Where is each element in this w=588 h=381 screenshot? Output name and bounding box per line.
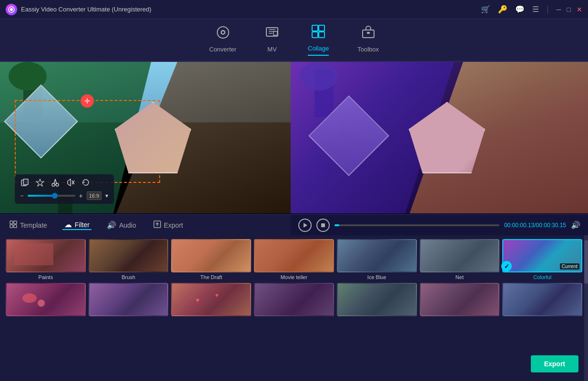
nav-mv-label: MV <box>267 46 277 53</box>
filter-thumb-colorful: Current <box>502 239 582 272</box>
svg-rect-26 <box>14 225 17 228</box>
filter-grid-row2: ♥ ♥ <box>0 280 588 322</box>
filter-paints[interactable]: Paints <box>6 239 86 280</box>
tab-audio[interactable]: 🔊 Audio <box>105 221 138 230</box>
filter-thumb-paints <box>6 239 86 272</box>
svg-rect-7 <box>312 25 318 31</box>
converter-icon <box>216 25 230 43</box>
maximize-button[interactable]: □ <box>567 6 571 13</box>
stop-button[interactable] <box>316 219 330 232</box>
filter-thumb-r2-7 <box>502 283 582 316</box>
filter-label-movieteller: Movie teller <box>281 274 307 280</box>
svg-rect-9 <box>312 32 318 38</box>
filter-brush[interactable]: Brush <box>89 239 169 280</box>
time-display: 00:00:00.13/00:00:30.15 <box>504 222 566 229</box>
filter-label-brush: Brush <box>122 274 135 280</box>
volume-slider[interactable] <box>28 195 75 197</box>
nav-toolbox[interactable]: Toolbox <box>357 25 379 55</box>
mv-icon <box>265 25 279 43</box>
toolbox-icon <box>361 25 375 43</box>
mute-icon[interactable] <box>66 178 75 189</box>
scroll-thumb <box>584 240 588 284</box>
move-icon[interactable]: ✛ <box>81 94 94 108</box>
svg-point-17 <box>56 183 59 186</box>
menu-icon[interactable]: ☰ <box>532 5 539 14</box>
filter-grid-row1: Paints Brush The Draft Movie teller Ice … <box>0 235 588 280</box>
filter-r2-4[interactable] <box>254 283 334 318</box>
filter-thumb-draft <box>171 239 251 272</box>
star-icon[interactable] <box>36 178 44 189</box>
right-playback-controls: 00:00:00.13/00:00:30.15 🔊 <box>291 215 588 235</box>
tab-template[interactable]: Template <box>8 221 49 230</box>
collage-icon <box>311 24 325 42</box>
slider-row: − + 16:9 ▾ <box>20 191 109 200</box>
cart-icon[interactable]: 🛒 <box>481 5 490 14</box>
chat-icon[interactable]: 💬 <box>515 5 525 14</box>
filter-movieteller[interactable]: Movie teller <box>254 239 334 280</box>
title-bar-left: Eassiy Video Converter Ultimate (Unregis… <box>6 4 152 15</box>
rotate-icon[interactable] <box>81 178 90 189</box>
filter-thumb-r2-2 <box>89 283 169 316</box>
filter-r2-7[interactable] <box>502 283 582 318</box>
progress-fill <box>335 224 339 226</box>
right-collage-bg <box>291 62 588 213</box>
filter-r2-6[interactable] <box>420 283 500 318</box>
svg-point-16 <box>52 183 55 186</box>
tab-template-label: Template <box>20 221 47 229</box>
playback-volume-icon[interactable]: 🔊 <box>571 221 580 230</box>
volume-minus[interactable]: − <box>20 192 24 199</box>
filter-label-iceblue: Ice Blue <box>367 274 386 280</box>
close-button[interactable]: ✕ <box>577 6 582 13</box>
svg-marker-29 <box>304 223 307 228</box>
svg-rect-30 <box>321 223 325 227</box>
filter-net[interactable]: Net <box>420 239 500 280</box>
aspect-ratio-btn[interactable]: 16:9 <box>87 191 101 200</box>
svg-rect-23 <box>10 221 13 224</box>
filter-r2-3[interactable]: ♥ ♥ <box>171 283 251 318</box>
filter-thumb-r2-4 <box>254 283 334 316</box>
filter-label-draft: The Draft <box>200 274 222 280</box>
svg-rect-8 <box>319 25 324 31</box>
tab-audio-label: Audio <box>119 221 136 229</box>
audio-icon: 🔊 <box>107 221 116 230</box>
filter-thumb-r2-5 <box>337 283 417 316</box>
aspect-arrow[interactable]: ▾ <box>105 192 108 199</box>
svg-rect-14 <box>23 179 28 185</box>
template-icon <box>10 221 17 230</box>
nav-mv[interactable]: MV <box>265 25 279 55</box>
current-label: Current <box>560 263 579 270</box>
progress-bar[interactable] <box>335 224 499 226</box>
tab-filter-label: Filter <box>75 221 90 229</box>
filter-r2-1[interactable] <box>6 283 86 318</box>
filter-thumb-r2-3: ♥ ♥ <box>171 283 251 316</box>
minimize-button[interactable]: ─ <box>557 6 561 13</box>
filter-label-colorful: Colorful <box>533 274 551 280</box>
scrollbar[interactable] <box>584 235 588 381</box>
tab-filter[interactable]: ☁ Filter <box>62 220 91 230</box>
filter-thumb-net <box>420 239 500 272</box>
filter-colorful[interactable]: Current ✓ Colorful <box>502 239 582 280</box>
key-icon[interactable]: 🔑 <box>498 5 507 14</box>
filter-r2-5[interactable] <box>337 283 417 318</box>
cut-icon[interactable] <box>51 178 60 189</box>
svg-rect-12 <box>367 32 370 34</box>
svg-rect-24 <box>14 221 17 224</box>
svg-marker-15 <box>36 179 44 186</box>
filter-r2-2[interactable] <box>89 283 169 318</box>
tab-export[interactable]: Export <box>152 221 185 230</box>
preview-left: ✛ <box>0 62 291 213</box>
controls-overlay: − + 16:9 ▾ <box>15 174 114 204</box>
filter-iceblue[interactable]: Ice Blue <box>337 239 417 280</box>
filter-thumb-r2-1 <box>6 283 86 316</box>
tabs-and-playback-row: Template ☁ Filter 🔊 Audio Export <box>0 214 588 235</box>
filter-draft[interactable]: The Draft <box>171 239 251 280</box>
filter-label-net: Net <box>456 274 464 280</box>
export-button[interactable]: Export <box>531 355 578 372</box>
filter-thumb-brush <box>89 239 169 272</box>
play-button[interactable] <box>298 219 312 232</box>
copy-icon[interactable] <box>20 178 29 189</box>
nav-collage[interactable]: Collage <box>308 24 329 56</box>
ctrl-icons-row <box>20 178 109 189</box>
volume-plus[interactable]: + <box>79 192 83 200</box>
nav-converter[interactable]: Converter <box>209 25 236 55</box>
